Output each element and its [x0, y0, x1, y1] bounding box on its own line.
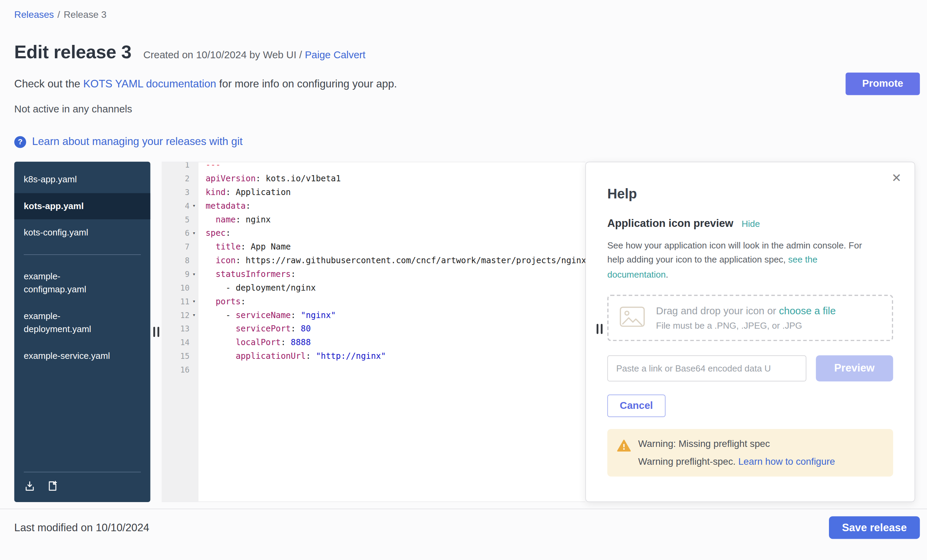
code-line[interactable]: 7 title: App Name: [161, 240, 585, 254]
file-tree-footer: [24, 472, 141, 502]
fold-arrow-icon[interactable]: ▾: [190, 267, 199, 281]
code-line[interactable]: 16: [161, 363, 585, 376]
code-token: kots.io/v1beta1: [266, 173, 341, 183]
file-tree-divider: [24, 254, 141, 255]
code-token: servicePort: [236, 324, 291, 334]
line-number: 5: [185, 213, 190, 226]
code-line[interactable]: 2apiVersion: kots.io/v1beta1: [161, 172, 585, 185]
page-title: Edit release 3: [14, 42, 132, 63]
promote-button[interactable]: Promote: [846, 73, 920, 95]
fold-arrow-icon[interactable]: ▾: [190, 199, 199, 213]
help-panel-resize-handle[interactable]: [597, 324, 609, 334]
breadcrumb: Releases/Release 3: [14, 10, 913, 20]
file-tree-item[interactable]: kots-app.yaml: [14, 193, 150, 219]
code-token: [206, 324, 236, 334]
fold-arrow-icon[interactable]: ▾: [190, 308, 199, 322]
line-gutter: 12▾: [161, 308, 198, 322]
help-panel-title: Help: [607, 186, 893, 202]
code-token: 8888: [291, 338, 311, 347]
line-number: 3: [185, 185, 190, 199]
fold-arrow-icon[interactable]: ▾: [190, 295, 199, 308]
line-number: 1: [185, 162, 190, 172]
icon-url-input[interactable]: [607, 355, 806, 381]
file-tree-item[interactable]: example-deployment.yaml: [14, 303, 150, 342]
code-line[interactable]: 1---: [161, 162, 585, 172]
code-token: :: [241, 242, 251, 252]
line-gutter: 3: [161, 185, 198, 199]
line-number: 15: [180, 349, 190, 363]
code-token: icon: [216, 256, 236, 265]
docs-prefix: Check out the: [14, 77, 83, 90]
line-number: 11: [180, 295, 190, 308]
code-token: statusInformers: [216, 269, 291, 279]
breadcrumb-releases-link[interactable]: Releases: [14, 10, 54, 20]
upload-file-icon[interactable]: [24, 480, 36, 492]
sidebar-resize-handle[interactable]: [150, 320, 162, 344]
code-token: :: [236, 256, 245, 265]
learn-configure-link[interactable]: Learn how to configure: [738, 456, 835, 466]
code-line[interactable]: 12▾ - serviceName: "nginx": [161, 308, 585, 322]
file-tree-item[interactable]: example-service.yaml: [14, 343, 150, 369]
created-info: Created on 10/10/2024 by Web UI / Paige …: [143, 49, 365, 61]
code-line[interactable]: 10 - deployment/nginx: [161, 281, 585, 295]
code-token: :: [281, 338, 291, 347]
code-line[interactable]: 3kind: Application: [161, 185, 585, 199]
code-token: :: [226, 228, 231, 238]
code-line[interactable]: 15 applicationUrl: "http://nginx": [161, 349, 585, 363]
file-tree-item[interactable]: example-configmap.yaml: [14, 263, 150, 303]
app-window: Releases/Release 3 Edit release 3 Create…: [0, 10, 927, 560]
icon-preview-title: Application icon preview: [607, 218, 733, 230]
line-gutter: 14: [161, 336, 198, 349]
code-token: Application: [236, 187, 291, 197]
code-line[interactable]: 8 icon: https://raw.githubusercontent.co…: [161, 253, 585, 267]
git-help-row: ? Learn about managing your releases wit…: [14, 135, 913, 148]
line-gutter: 2: [161, 172, 198, 185]
author-link[interactable]: Paige Calvert: [305, 49, 365, 61]
code-token: :: [256, 173, 266, 183]
release-editor-workbench: k8s-app.yamlkots-app.yamlkots-config.yam…: [14, 162, 915, 502]
file-tree-sidebar: k8s-app.yamlkots-app.yamlkots-config.yam…: [14, 162, 150, 502]
code-line[interactable]: 11▾ ports:: [161, 295, 585, 308]
line-gutter: 1: [161, 162, 198, 172]
cancel-button[interactable]: Cancel: [607, 395, 665, 417]
code-line[interactable]: 4▾metadata:: [161, 199, 585, 213]
line-number: 10: [180, 281, 190, 295]
code-token: [206, 242, 216, 252]
kots-yaml-docs-link[interactable]: KOTS YAML documentation: [83, 77, 216, 90]
file-tree-item[interactable]: k8s-app.yaml: [14, 167, 150, 193]
code-text: statusInformers:: [199, 267, 296, 281]
warning-title: Warning: Missing preflight spec: [638, 439, 835, 449]
choose-file-link[interactable]: choose a file: [779, 305, 836, 317]
code-line[interactable]: 9▾ statusInformers:: [161, 267, 585, 281]
code-line[interactable]: 14 localPort: 8888: [161, 336, 585, 349]
fold-arrow-icon[interactable]: ▾: [190, 226, 199, 240]
line-gutter: 11▾: [161, 295, 198, 308]
code-text: kind: Application: [199, 185, 291, 199]
file-tree-item[interactable]: kots-config.yaml: [14, 219, 150, 246]
code-line[interactable]: 6▾spec:: [161, 226, 585, 240]
code-token: :: [291, 324, 301, 334]
git-releases-link[interactable]: Learn about managing your releases with …: [32, 135, 243, 148]
code-line[interactable]: 5 name: nginx: [161, 213, 585, 226]
code-token: -: [206, 310, 236, 320]
code-token: :: [306, 351, 316, 361]
icon-dropzone[interactable]: Drag and drop your icon or choose a file…: [607, 295, 893, 341]
line-number: 2: [185, 172, 190, 185]
icon-preview-section-head: Application icon preview Hide: [607, 218, 893, 230]
new-file-icon[interactable]: [46, 480, 58, 492]
code-token: :: [241, 296, 246, 306]
code-token: ports: [216, 296, 241, 306]
preview-button[interactable]: Preview: [816, 355, 893, 381]
code-line[interactable]: 13 servicePort: 80: [161, 322, 585, 336]
channel-status: Not active in any channels: [14, 103, 913, 115]
hide-link[interactable]: Hide: [742, 219, 760, 229]
code-token: spec: [206, 228, 226, 238]
question-circle-icon: ?: [14, 136, 26, 148]
close-icon[interactable]: ✕: [891, 171, 901, 185]
yaml-code-editor[interactable]: 1---2apiVersion: kots.io/v1beta13kind: A…: [161, 162, 585, 502]
line-gutter: 16: [161, 363, 198, 376]
warning-banner: Warning: Missing preflight spec Warning …: [607, 429, 893, 477]
code-text: - serviceName: "nginx": [199, 308, 336, 322]
save-release-button[interactable]: Save release: [829, 516, 920, 539]
docs-suffix: for more info on configuring your app.: [216, 77, 397, 90]
